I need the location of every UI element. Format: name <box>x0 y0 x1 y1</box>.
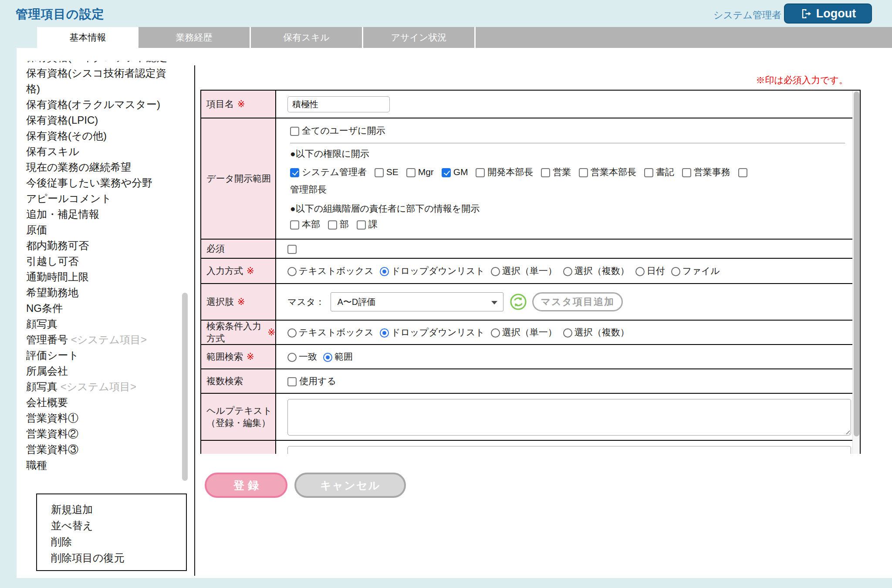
radio-selected-icon <box>380 267 389 276</box>
list-item[interactable]: 会社概要 <box>26 395 175 410</box>
list-item[interactable]: 保有資格(シスコ技術者認定資格) <box>26 65 175 97</box>
permission-checkbox[interactable]: 営業 <box>541 167 571 177</box>
help-text-textarea[interactable] <box>287 399 851 436</box>
list-item[interactable]: 都内勤務可否 <box>26 238 175 253</box>
checkbox-icon <box>541 168 550 177</box>
search-method-radio[interactable]: 選択（単一） <box>491 326 557 338</box>
checkbox-icon <box>406 168 416 177</box>
permission-checkbox[interactable]: SE <box>375 167 399 177</box>
list-item[interactable]: 職種 <box>26 457 175 473</box>
input-method-radio[interactable]: 選択（単一） <box>491 265 557 277</box>
org-heading: ●以下の組織階層の責任者に部下の情報を開示 <box>290 203 851 215</box>
list-item[interactable]: 希望勤務地 <box>26 285 175 301</box>
range-search-radio[interactable]: 一致 <box>287 351 317 363</box>
submit-button[interactable]: 登録 <box>205 473 287 498</box>
item-name-input[interactable] <box>287 96 390 112</box>
row-clipped <box>201 441 860 454</box>
list-item[interactable]: 営業資料③ <box>26 442 175 457</box>
list-item[interactable]: 通勤時間上限 <box>26 269 175 285</box>
checkbox-icon <box>738 168 747 177</box>
multi-search-checkbox[interactable]: 使用する <box>287 375 336 387</box>
required-mark: ※ <box>247 266 254 276</box>
permission-checkbox[interactable]: 営業事務 <box>682 167 730 177</box>
permission-checkbox[interactable]: システム管理者 <box>290 167 367 177</box>
required-checkbox[interactable] <box>287 243 299 254</box>
form-scrollbar-track[interactable] <box>852 91 860 454</box>
list-item[interactable]: アピールコメント <box>26 191 175 206</box>
sidebar-scrollbar-thumb[interactable] <box>182 293 188 481</box>
permission-checkbox[interactable]: Mgr <box>406 167 434 177</box>
tab-assignment-status[interactable]: アサイン状況 <box>363 27 476 48</box>
list-item[interactable]: NG条件 <box>26 301 175 316</box>
list-item[interactable]: 顔写真 <box>26 316 175 332</box>
input-method-radio[interactable]: ファイル <box>671 265 720 277</box>
field-label: ヘルプテキスト（登録・編集） <box>206 405 275 429</box>
form-scrollbar-thumb[interactable] <box>854 91 859 436</box>
org-level-checkbox[interactable]: 課 <box>357 219 378 229</box>
permission-checkbox[interactable]: 開発本部長 <box>476 167 533 177</box>
range-search-radio[interactable]: 範囲 <box>323 351 353 363</box>
permission-checkbox-group: システム管理者 SE Mgr GM 開発本部長 営業 営業本部長 書記 営業事務… <box>290 163 754 198</box>
resize-grip-icon[interactable] <box>844 429 850 434</box>
radio-selected-icon <box>380 328 389 338</box>
sidebar-divider <box>194 65 195 576</box>
list-item[interactable]: 追加・補足情報 <box>26 206 175 222</box>
input-method-radio[interactable]: テキストボックス <box>287 265 374 277</box>
checkbox-icon <box>375 168 384 177</box>
permission-checkbox[interactable]: 書記 <box>644 167 674 177</box>
list-item[interactable]: 保有資格(オラクルマスター) <box>26 97 175 112</box>
field-label: データ開示範囲 <box>206 172 271 185</box>
checkbox-icon <box>287 377 297 386</box>
master-select[interactable]: A〜D評価 <box>331 292 503 311</box>
required-note: ※印は必須入力です。 <box>756 74 848 86</box>
list-item[interactable]: 営業資料① <box>26 410 175 426</box>
action-restore-deleted[interactable]: 削除項目の復元 <box>51 550 186 566</box>
list-item-clipped[interactable]: 保有資格(マイクロソフト認定資格、 <box>26 61 175 65</box>
search-method-radio[interactable]: 選択（複数） <box>563 326 629 338</box>
permission-checkbox[interactable]: GM <box>442 167 468 177</box>
row-data-scope: データ開示範囲 全てのユーザに開示 ●以下の権限に開示 システム管理者 SE M… <box>201 118 860 240</box>
list-item[interactable]: 引越し可否 <box>26 253 175 269</box>
search-method-radio[interactable]: ドロップダウンリスト <box>380 326 485 338</box>
checkbox-icon <box>328 220 337 230</box>
field-label: 選択肢 <box>206 296 234 308</box>
list-item[interactable]: 原価 <box>26 222 175 238</box>
list-item[interactable]: 保有資格(LPIC) <box>26 112 175 128</box>
row-required: 必須 <box>201 240 860 259</box>
list-item[interactable]: 今後従事したい業務や分野 <box>26 175 175 191</box>
clipped-textarea[interactable] <box>287 446 851 454</box>
list-item[interactable]: 保有資格(その他) <box>26 128 175 144</box>
checkbox-icon <box>644 168 653 177</box>
list-item[interactable]: 所属会社 <box>26 363 175 379</box>
required-mark: ※ <box>237 297 245 307</box>
tab-work-history[interactable]: 業務経歴 <box>139 27 251 48</box>
tab-basic-info[interactable]: 基本情報 <box>37 27 139 48</box>
checkbox-icon <box>290 127 299 136</box>
all-users-checkbox[interactable]: 全てのユーザに開示 <box>290 125 385 135</box>
field-label: 複数検索 <box>206 375 243 387</box>
input-method-radio[interactable]: ドロップダウンリスト <box>380 265 485 277</box>
permission-checkbox[interactable]: 営業本部長 <box>579 167 636 177</box>
row-help-text: ヘルプテキスト（登録・編集） <box>201 394 860 441</box>
search-method-radio[interactable]: テキストボックス <box>287 326 374 338</box>
input-method-radio[interactable]: 日付 <box>635 265 665 277</box>
list-item[interactable]: 現在の業務の継続希望 <box>26 159 175 175</box>
tab-skills[interactable]: 保有スキル <box>251 27 363 48</box>
input-method-radio[interactable]: 選択（複数） <box>563 265 629 277</box>
list-item[interactable]: 営業資料② <box>26 426 175 442</box>
add-master-item-button[interactable]: マスタ項目追加 <box>532 292 623 311</box>
list-item-system[interactable]: 管理番号 <システム項目> <box>26 332 175 348</box>
action-add-new[interactable]: 新規追加 <box>51 501 186 517</box>
list-item-system[interactable]: 顔写真 <システム項目> <box>26 379 175 395</box>
radio-icon <box>287 353 297 362</box>
action-delete[interactable]: 削除 <box>51 534 186 550</box>
refresh-icon[interactable] <box>510 293 527 311</box>
org-level-checkbox[interactable]: 部 <box>328 219 349 229</box>
list-item[interactable]: 保有スキル <box>26 144 175 159</box>
page-title: 管理項目の設定 <box>16 6 105 23</box>
cancel-button[interactable]: キャンセル <box>294 473 406 498</box>
list-item[interactable]: 評価シート <box>26 348 175 363</box>
action-reorder[interactable]: 並べ替え <box>51 517 186 534</box>
org-level-checkbox[interactable]: 本部 <box>290 219 320 229</box>
logout-button[interactable]: Logout <box>784 3 872 24</box>
